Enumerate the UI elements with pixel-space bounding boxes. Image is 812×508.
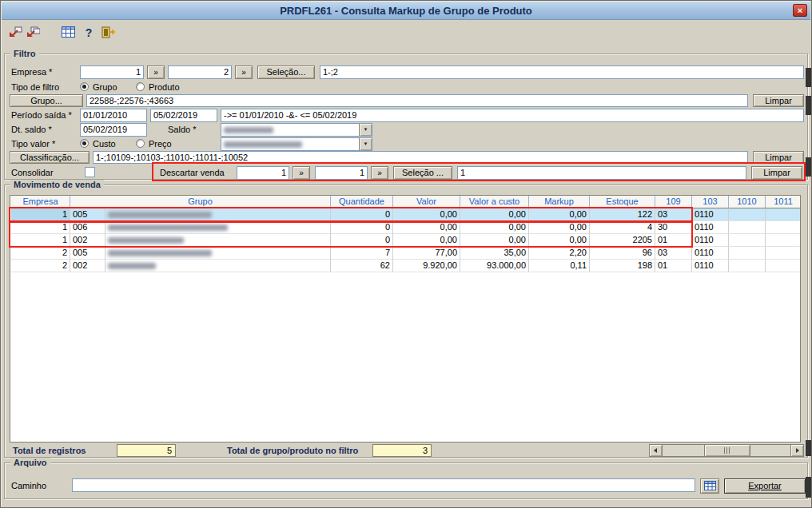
cell-grupo-nome[interactable]: [105, 260, 331, 272]
chevron-down-icon[interactable]: ▼: [359, 124, 372, 136]
chevron-down-icon[interactable]: ▼: [359, 138, 372, 150]
cell-1011[interactable]: [766, 247, 801, 260]
cell-1010[interactable]: [729, 208, 766, 221]
radio-preco-label[interactable]: Preço: [149, 139, 172, 149]
col-header-valor[interactable]: Valor: [393, 196, 460, 208]
table-row[interactable]: 1 006 0 0,00 0,00 0,00 4 30 0110: [11, 221, 801, 234]
grupo-button[interactable]: Grupo...: [10, 94, 83, 107]
col-header-103[interactable]: 103: [692, 196, 729, 208]
movimento-table[interactable]: Empresa Grupo Quantidade Valor Valor a c…: [10, 195, 801, 443]
descartar-to-input[interactable]: 1: [315, 166, 368, 180]
tipo-valor-combobox[interactable]: ▼: [221, 137, 372, 151]
scroll-left-button[interactable]: [650, 445, 663, 456]
cell-103[interactable]: 0110: [692, 260, 729, 272]
col-header-grupo[interactable]: Grupo: [70, 196, 331, 208]
cell-empresa[interactable]: 2: [11, 260, 70, 272]
descartar-from-range-button[interactable]: »: [293, 166, 310, 180]
cell-estoque[interactable]: 122: [590, 208, 655, 221]
cell-grupo-nome[interactable]: [105, 247, 331, 260]
cell-grupo-nome[interactable]: [105, 221, 331, 234]
cell-estoque[interactable]: 4: [590, 221, 655, 234]
cell-grupo-cod[interactable]: 005: [70, 208, 105, 221]
table-row[interactable]: 2 002 62 9.920,00 93.000,00 0,11 198 01 …: [11, 260, 801, 272]
cell-109[interactable]: 03: [655, 247, 692, 260]
col-header-quantidade[interactable]: Quantidade: [331, 196, 393, 208]
scrollbar-thumb[interactable]: [704, 445, 750, 456]
cell-1010[interactable]: [729, 221, 766, 234]
radio-grupo[interactable]: [80, 82, 89, 91]
cell-estoque[interactable]: 2205: [590, 234, 655, 247]
cell-103[interactable]: 0110: [692, 221, 729, 234]
cell-empresa[interactable]: 2: [11, 247, 70, 260]
scroll-right-button[interactable]: [790, 445, 803, 456]
radio-grupo-label[interactable]: Grupo: [93, 82, 117, 92]
grid-view-button[interactable]: [59, 25, 77, 41]
col-header-markup[interactable]: Markup: [529, 196, 590, 208]
descartar-to-range-button[interactable]: »: [371, 166, 388, 180]
cell-valor-custo[interactable]: 0,00: [460, 221, 529, 234]
cell-empresa[interactable]: 1: [11, 234, 70, 247]
cell-grupo-cod[interactable]: 002: [70, 260, 105, 272]
cell-estoque[interactable]: 198: [590, 260, 655, 272]
cell-1011[interactable]: [766, 234, 801, 247]
cell-109[interactable]: 01: [655, 234, 692, 247]
consolidar-checkbox[interactable]: [85, 167, 95, 177]
col-header-empresa[interactable]: Empresa: [11, 196, 70, 208]
cell-1010[interactable]: [729, 260, 766, 272]
cell-markup[interactable]: 0,00: [529, 208, 590, 221]
cell-1010[interactable]: [729, 247, 766, 260]
cell-109[interactable]: 01: [655, 260, 692, 272]
empresa-from-range-button[interactable]: »: [147, 65, 165, 79]
cell-109[interactable]: 30: [655, 221, 692, 234]
cell-grupo-cod[interactable]: 005: [70, 247, 105, 260]
exportar-button[interactable]: Exportar: [724, 478, 806, 494]
grupo-limpar-button[interactable]: Limpar: [753, 94, 804, 107]
table-row[interactable]: 1 002 0 0,00 0,00 0,00 2205 01 0110: [11, 234, 801, 247]
cell-valor[interactable]: 0,00: [393, 234, 460, 247]
cell-valor[interactable]: 0,00: [393, 221, 460, 234]
title-bar[interactable]: PRDFL261 - Consulta Markup de Grupo de P…: [2, 2, 810, 20]
col-header-109[interactable]: 109: [655, 196, 692, 208]
cell-valor-custo[interactable]: 35,00: [460, 247, 529, 260]
cell-grupo-cod[interactable]: 002: [70, 234, 105, 247]
radio-preco[interactable]: [136, 139, 145, 148]
radio-custo-label[interactable]: Custo: [93, 139, 116, 149]
radio-produto[interactable]: [136, 82, 145, 91]
cell-valor[interactable]: 77,00: [393, 247, 460, 260]
col-header-valor-custo[interactable]: Valor a custo: [460, 196, 529, 208]
go-all-records-button[interactable]: [24, 25, 42, 41]
cell-valor-custo[interactable]: 93.000,00: [460, 260, 529, 272]
empresa-to-range-button[interactable]: »: [235, 65, 253, 79]
caminho-input[interactable]: [72, 478, 695, 492]
cell-empresa[interactable]: 1: [11, 221, 70, 234]
radio-produto-label[interactable]: Produto: [149, 82, 180, 92]
horizontal-scrollbar[interactable]: [649, 444, 804, 457]
cell-quantidade[interactable]: 0: [331, 221, 393, 234]
cell-valor-custo[interactable]: 0,00: [460, 234, 529, 247]
classificacao-button[interactable]: Classificação...: [10, 151, 90, 164]
empresa-selecao-button[interactable]: Seleção...: [257, 65, 315, 79]
cell-valor[interactable]: 0,00: [393, 208, 460, 221]
col-header-estoque[interactable]: Estoque: [590, 196, 655, 208]
cell-grupo-nome[interactable]: [105, 208, 331, 221]
descartar-limpar-button[interactable]: Limpar: [751, 166, 802, 180]
help-button[interactable]: ?: [80, 25, 98, 41]
cell-103[interactable]: 0110: [692, 234, 729, 247]
cell-1011[interactable]: [766, 208, 801, 221]
cell-markup[interactable]: 0,11: [529, 260, 590, 272]
classificacao-limpar-button[interactable]: Limpar: [753, 151, 804, 164]
cell-empresa[interactable]: 1: [11, 208, 70, 221]
cell-grupo-cod[interactable]: 006: [70, 221, 105, 234]
periodo-from-input[interactable]: 01/01/2010: [80, 109, 147, 122]
col-header-1010[interactable]: 1010: [729, 196, 766, 208]
cell-103[interactable]: 0110: [692, 208, 729, 221]
browse-button[interactable]: [700, 478, 719, 494]
cell-quantidade[interactable]: 7: [331, 247, 393, 260]
radio-custo[interactable]: [80, 139, 89, 148]
dt-saldo-input[interactable]: 05/02/2019: [80, 123, 147, 137]
table-row[interactable]: 1 005 0 0,00 0,00 0,00 122 03 0110: [11, 208, 801, 221]
close-button[interactable]: ×: [793, 4, 807, 17]
cell-estoque[interactable]: 96: [590, 247, 655, 260]
descartar-from-input[interactable]: 1: [237, 166, 289, 180]
cell-1010[interactable]: [729, 234, 766, 247]
